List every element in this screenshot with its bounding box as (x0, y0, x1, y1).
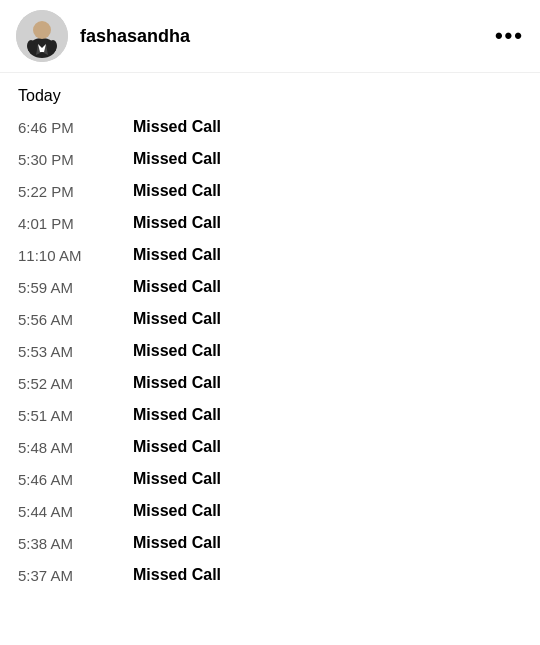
call-row[interactable]: 5:30 PMMissed Call (18, 143, 522, 175)
call-row[interactable]: 5:59 AMMissed Call (18, 271, 522, 303)
call-time: 6:46 PM (18, 119, 133, 136)
call-time: 11:10 AM (18, 247, 133, 264)
call-label: Missed Call (133, 310, 221, 328)
call-label: Missed Call (133, 406, 221, 424)
call-time: 5:59 AM (18, 279, 133, 296)
call-row[interactable]: 5:38 AMMissed Call (18, 527, 522, 559)
call-time: 5:56 AM (18, 311, 133, 328)
call-row[interactable]: 5:56 AMMissed Call (18, 303, 522, 335)
call-row[interactable]: 5:48 AMMissed Call (18, 431, 522, 463)
call-time: 5:48 AM (18, 439, 133, 456)
call-row[interactable]: 11:10 AMMissed Call (18, 239, 522, 271)
call-time: 5:52 AM (18, 375, 133, 392)
call-row[interactable]: 4:01 PMMissed Call (18, 207, 522, 239)
svg-point-6 (27, 40, 35, 52)
svg-point-2 (33, 21, 51, 39)
call-row[interactable]: 5:53 AMMissed Call (18, 335, 522, 367)
call-label: Missed Call (133, 502, 221, 520)
username[interactable]: fashasandha (80, 26, 190, 47)
call-row[interactable]: 5:37 AMMissed Call (18, 559, 522, 591)
call-row[interactable]: 6:46 PMMissed Call (18, 111, 522, 143)
call-label: Missed Call (133, 342, 221, 360)
call-log-content: Today 6:46 PMMissed Call5:30 PMMissed Ca… (0, 73, 540, 605)
call-time: 5:44 AM (18, 503, 133, 520)
call-label: Missed Call (133, 438, 221, 456)
call-label: Missed Call (133, 118, 221, 136)
call-label: Missed Call (133, 374, 221, 392)
call-row[interactable]: 5:51 AMMissed Call (18, 399, 522, 431)
call-time: 5:37 AM (18, 567, 133, 584)
call-row[interactable]: 5:44 AMMissed Call (18, 495, 522, 527)
call-label: Missed Call (133, 182, 221, 200)
call-label: Missed Call (133, 214, 221, 232)
call-time: 5:22 PM (18, 183, 133, 200)
call-time: 5:53 AM (18, 343, 133, 360)
call-label: Missed Call (133, 470, 221, 488)
call-time: 5:51 AM (18, 407, 133, 424)
call-label: Missed Call (133, 534, 221, 552)
call-time: 4:01 PM (18, 215, 133, 232)
call-time: 5:30 PM (18, 151, 133, 168)
header-left: fashasandha (16, 10, 190, 62)
call-label: Missed Call (133, 566, 221, 584)
more-options-icon[interactable]: ••• (495, 23, 524, 49)
call-label: Missed Call (133, 246, 221, 264)
avatar[interactable] (16, 10, 68, 62)
call-list: 6:46 PMMissed Call5:30 PMMissed Call5:22… (18, 111, 522, 591)
call-time: 5:38 AM (18, 535, 133, 552)
call-row[interactable]: 5:22 PMMissed Call (18, 175, 522, 207)
call-label: Missed Call (133, 150, 221, 168)
call-label: Missed Call (133, 278, 221, 296)
call-time: 5:46 AM (18, 471, 133, 488)
header: fashasandha ••• (0, 0, 540, 73)
svg-point-7 (49, 40, 57, 52)
call-row[interactable]: 5:46 AMMissed Call (18, 463, 522, 495)
section-title: Today (18, 87, 522, 105)
call-row[interactable]: 5:52 AMMissed Call (18, 367, 522, 399)
